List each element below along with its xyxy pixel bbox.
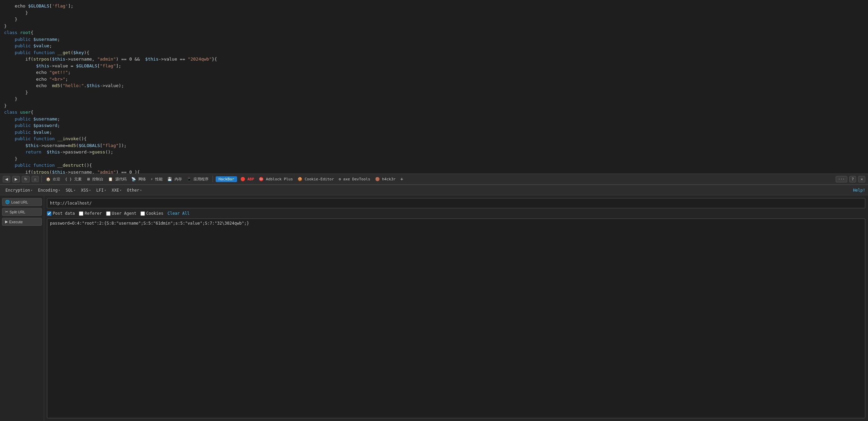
other-menu[interactable]: Other ▾ [124,187,145,194]
code-line: public function __get($key){ [4,49,864,56]
user-agent-label: User Agent [112,211,136,216]
close-devtools-button[interactable]: ✕ [858,176,865,182]
xss-menu[interactable]: XSS ▾ [78,187,94,194]
hackbar-panel: Encryption ▾ Encoding ▾ SQL ▾ XSS ▾ LFI … [0,184,868,421]
code-line: public function __destruct(){ [4,162,864,169]
back-button[interactable]: ◀ [3,176,10,182]
referer-checkbox[interactable] [79,211,83,216]
help-button[interactable]: ? [849,176,856,182]
code-line: public $username; [4,116,864,123]
more-options-button[interactable]: ··· [836,176,847,182]
code-line: } [4,16,864,23]
user-agent-checkbox-label[interactable]: User Agent [106,211,136,216]
hackbar-ext-button[interactable]: HackBar [216,176,237,182]
encoding-menu-label: Encoding [38,188,58,193]
hackbar-sidebar: 🌐 Load URL ✂ Split URL ▶ Execute [0,195,44,421]
load-url-icon: 🌐 [5,200,10,204]
code-line: $this->value = $GLOBALS["flag"]; [4,63,864,69]
code-line: public $username; [4,36,864,43]
encoding-arrow: ▾ [58,189,60,192]
post-data-checkbox[interactable] [47,211,51,216]
hackbar-menu-bar: Encryption ▾ Encoding ▾ SQL ▾ XSS ▾ LFI … [0,185,868,195]
toolbar-application[interactable]: 📱 应用程序 [185,176,210,182]
code-line: echo "<br>"; [4,76,864,83]
cookie-editor-button[interactable]: 🍪 Cookie-Editor [296,176,335,182]
referer-label: Referer [85,211,102,216]
clear-all-link[interactable]: Clear All [167,211,189,216]
toolbar-sources[interactable]: 📋 源代码 [107,176,128,182]
lfi-arrow: ▾ [104,189,106,192]
code-line: echo "get!!"; [4,69,864,76]
code-editor: echo $GLOBALS['flag']; } }}class root{ p… [0,0,868,174]
other-menu-label: Other [127,188,139,193]
browser-toolbar: ◀ ▶ ↻ ⌂ 🏠 欢迎 { } 元素 🖥 控制台 📋 源代码 📡 网络 ⚡ 性… [0,174,868,184]
cookies-checkbox-label[interactable]: Cookies [140,211,164,216]
refresh-button[interactable]: ↻ [22,176,30,182]
cookies-label: Cookies [146,211,164,216]
xxe-menu[interactable]: XXE ▾ [109,187,124,194]
split-url-label: Split URL [10,210,25,214]
execute-button[interactable]: ▶ Execute [2,218,42,226]
code-line: if(strpos($this->username, "admin") == 0… [4,169,864,174]
code-line: echo $GLOBALS['flag']; [4,3,864,10]
url-input[interactable] [47,198,865,208]
toolbar-console[interactable]: 🖥 控制台 [85,176,105,182]
user-agent-checkbox[interactable] [106,211,111,216]
hackbar-main: Post data Referer User Agent Cookies Cle… [44,195,868,421]
forward-button[interactable]: ▶ [12,176,20,182]
home-button[interactable]: ⌂ [32,176,39,182]
referer-checkbox-label[interactable]: Referer [79,211,102,216]
code-line: class root{ [4,29,864,36]
encryption-arrow: ▾ [31,189,32,192]
code-line: echo md5("hello:".$this->value); [4,82,864,89]
execute-label: Execute [9,220,23,224]
load-url-button[interactable]: 🌐 Load URL [2,198,42,206]
toolbar-network[interactable]: 📡 网络 [130,176,147,182]
other-arrow: ▾ [140,189,141,192]
post-data-textarea[interactable]: password=O:4:"root":2:{S:8:"username";S:… [47,218,865,418]
code-line: } [4,102,864,109]
checkboxes-row: Post data Referer User Agent Cookies Cle… [47,211,865,216]
code-line: $this->username=md5($GLOBALS["flag"]); [4,142,864,149]
xss-arrow: ▾ [89,189,91,192]
code-line: public $value; [4,43,864,49]
load-url-label: Load URL [11,200,28,204]
code-line: if(strpos($this->username, "admin") == 0… [4,56,864,63]
axe-devtools-button[interactable]: ⚙ axe DevTools [337,176,372,182]
sql-arrow: ▾ [74,189,76,192]
xss-menu-label: XSS [81,188,88,193]
encoding-menu[interactable]: Encoding ▾ [35,187,63,194]
xxe-arrow: ▾ [120,189,121,192]
sql-menu-label: SQL [66,188,73,193]
toolbar-performance[interactable]: ⚡ 性能 [149,176,164,182]
cookies-checkbox[interactable] [140,211,145,216]
execute-icon: ▶ [5,220,8,224]
toolbar-memory[interactable]: 💾 内存 [166,176,183,182]
split-url-icon: ✂ [5,210,8,214]
add-ext-button[interactable]: + [399,176,404,182]
encryption-menu[interactable]: Encryption ▾ [3,187,35,194]
h4ck3r-button[interactable]: 🟤 h4ck3r [374,176,397,182]
code-line: } [4,23,864,30]
toolbar-more: ··· ? ✕ [836,176,865,182]
code-line: class user{ [4,109,864,116]
code-line: return $this->password->guess(); [4,149,864,156]
post-data-label: Post data [53,211,75,216]
help-link[interactable]: Help! [853,188,865,193]
xxe-menu-label: XXE [112,188,119,193]
toolbar-label-home: 🏠 欢迎 [45,176,62,182]
adblock-plus-button[interactable]: ⛔ Adblock Plus [257,176,294,182]
code-line: public function __invoke(){ [4,135,864,142]
separator1 [41,176,42,182]
lfi-menu[interactable]: LFI ▾ [94,187,109,194]
code-line: public $value; [4,129,864,136]
post-data-checkbox-label[interactable]: Post data [47,211,75,216]
split-url-button[interactable]: ✂ Split URL [2,208,42,216]
code-line: } [4,156,864,162]
toolbar-elements[interactable]: { } 元素 [64,176,83,182]
lfi-menu-label: LFI [96,188,104,193]
encryption-menu-label: Encryption [5,188,30,193]
code-line: public $password; [4,122,864,129]
abp-ext-button[interactable]: 🛑 ABP [239,176,256,182]
sql-menu[interactable]: SQL ▾ [63,187,78,194]
